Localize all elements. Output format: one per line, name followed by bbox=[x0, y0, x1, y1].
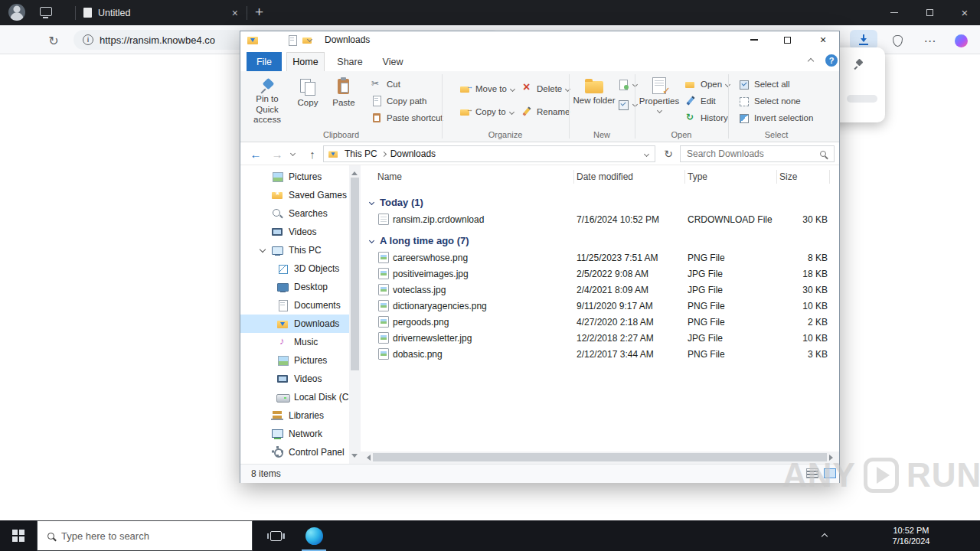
ribbon-tab-share[interactable]: Share bbox=[331, 52, 369, 71]
pin-to-quick-access-button[interactable]: Pin to Quick access bbox=[245, 74, 289, 125]
column-header-date[interactable]: Date modified bbox=[577, 171, 633, 182]
address-dropdown-icon[interactable] bbox=[644, 151, 649, 156]
file-row[interactable]: drivernewsletter.jpg 12/2/2018 2:27 AM J… bbox=[361, 330, 839, 346]
ribbon-tab-view[interactable]: View bbox=[375, 52, 410, 71]
url-text[interactable]: https://ransim.knowbe4.co bbox=[100, 34, 215, 46]
breadcrumb-downloads[interactable]: Downloads bbox=[386, 148, 440, 159]
ribbon-file-tab[interactable]: File bbox=[247, 52, 282, 71]
column-header-name[interactable]: Name bbox=[377, 171, 402, 182]
copy-to-button[interactable]: Copy to bbox=[458, 105, 516, 119]
search-box[interactable]: Search Downloads bbox=[680, 145, 835, 162]
expander-icon[interactable] bbox=[260, 192, 265, 197]
expander-icon[interactable] bbox=[260, 266, 265, 270]
nav-item[interactable]: Saved Games bbox=[240, 186, 349, 204]
recent-locations-icon[interactable] bbox=[290, 151, 296, 156]
browser-minimize-button[interactable] bbox=[879, 0, 910, 25]
taskbar-clock[interactable]: 10:52 PM 7/16/2024 bbox=[882, 525, 940, 547]
expander-icon[interactable] bbox=[260, 412, 265, 417]
nav-item[interactable]: Videos bbox=[240, 370, 349, 388]
nav-item[interactable]: Desktop bbox=[240, 278, 349, 296]
start-button[interactable] bbox=[0, 520, 37, 551]
explorer-maximize-button[interactable] bbox=[774, 31, 800, 48]
nav-item[interactable]: 3D Objects bbox=[240, 259, 349, 278]
copilot-icon[interactable] bbox=[952, 31, 970, 50]
details-view-icon[interactable] bbox=[806, 468, 818, 478]
group-header[interactable]: Today (1) bbox=[361, 193, 839, 211]
nav-item[interactable]: Libraries bbox=[240, 406, 349, 425]
expander-icon[interactable] bbox=[260, 284, 265, 289]
refresh-button[interactable]: ↻ bbox=[660, 145, 677, 162]
file-row[interactable]: careerswhose.png 11/25/2023 7:51 AM PNG … bbox=[361, 249, 839, 266]
new-item-button[interactable] bbox=[616, 77, 639, 91]
expander-icon[interactable] bbox=[260, 302, 265, 307]
file-row[interactable]: dictionaryagencies.png 9/11/2020 9:17 AM… bbox=[361, 298, 839, 314]
scroll-left-icon[interactable] bbox=[364, 455, 371, 461]
search-icon[interactable] bbox=[820, 151, 826, 157]
expander-icon[interactable] bbox=[260, 174, 265, 178]
nav-item[interactable]: Pictures bbox=[240, 351, 349, 370]
move-to-button[interactable]: Move to bbox=[458, 82, 517, 96]
expander-icon[interactable] bbox=[260, 357, 265, 362]
expander-icon[interactable] bbox=[260, 229, 265, 233]
invert-selection-button[interactable]: Invert selection bbox=[737, 111, 815, 125]
explorer-close-button[interactable]: × bbox=[808, 31, 838, 48]
edit-button[interactable]: Edit bbox=[683, 94, 718, 108]
expander-icon[interactable] bbox=[260, 394, 265, 399]
file-row[interactable]: positiveimages.jpg 2/5/2022 9:08 AM JPG … bbox=[361, 266, 839, 282]
cut-button[interactable]: Cut bbox=[369, 77, 403, 91]
horizontal-scrollbar[interactable] bbox=[361, 452, 839, 464]
group-collapse-icon[interactable] bbox=[369, 199, 374, 204]
new-folder-button[interactable]: New folder bbox=[573, 74, 616, 125]
more-menu-icon[interactable]: ⋯ bbox=[921, 31, 939, 50]
taskbar-search[interactable]: Type here to search bbox=[37, 520, 253, 551]
up-button[interactable]: ↑ bbox=[303, 145, 322, 163]
explorer-titlebar[interactable]: Downloads × bbox=[240, 31, 839, 48]
file-row[interactable]: pergoods.png 4/27/2020 2:18 AM PNG File … bbox=[361, 314, 839, 330]
nav-item[interactable]: Searches bbox=[240, 204, 349, 223]
column-header-type[interactable]: Type bbox=[688, 171, 707, 182]
file-row[interactable]: ransim.zip.crdownload 7/16/2024 10:52 PM… bbox=[361, 211, 839, 227]
copy-path-button[interactable]: Copy path bbox=[369, 94, 429, 108]
display-icon[interactable] bbox=[40, 7, 52, 16]
ribbon-collapse-icon[interactable] bbox=[808, 58, 814, 64]
tray-overflow-icon[interactable] bbox=[822, 533, 828, 540]
browser-close-button[interactable]: × bbox=[949, 0, 980, 25]
reload-button[interactable]: ↻ bbox=[44, 31, 63, 50]
scrollbar-thumb[interactable] bbox=[373, 453, 827, 461]
expander-icon[interactable] bbox=[260, 246, 266, 253]
scrollbar-thumb[interactable] bbox=[351, 178, 359, 370]
scroll-right-icon[interactable] bbox=[829, 455, 836, 461]
nav-item[interactable]: Music bbox=[240, 333, 349, 351]
task-view-button[interactable] bbox=[257, 520, 294, 551]
paste-shortcut-button[interactable]: Paste shortcut bbox=[369, 111, 446, 125]
nav-item[interactable]: Local Disk (C:) bbox=[240, 388, 349, 406]
scroll-down-icon[interactable] bbox=[351, 454, 358, 461]
taskbar-edge-button[interactable] bbox=[296, 520, 332, 551]
nav-item[interactable]: Downloads bbox=[240, 315, 349, 333]
explorer-address-bar[interactable]: This PC Downloads bbox=[323, 145, 655, 162]
nav-item[interactable]: Network bbox=[240, 425, 349, 443]
copy-button[interactable]: Copy bbox=[291, 74, 325, 125]
breadcrumb-this-pc[interactable]: This PC bbox=[340, 148, 382, 159]
new-tab-button[interactable]: + bbox=[255, 5, 263, 19]
pin-flyout-icon[interactable] bbox=[854, 59, 864, 70]
history-button[interactable]: History bbox=[683, 111, 730, 125]
delete-button[interactable]: Delete bbox=[519, 82, 572, 96]
select-all-button[interactable]: Select all bbox=[737, 77, 792, 91]
nav-item[interactable]: Control Panel bbox=[240, 443, 349, 461]
column-header-size[interactable]: Size bbox=[779, 171, 797, 182]
expander-icon[interactable] bbox=[260, 431, 265, 435]
expander-icon[interactable] bbox=[260, 376, 265, 380]
expander-icon[interactable] bbox=[260, 339, 265, 344]
help-button[interactable]: ? bbox=[825, 54, 838, 67]
open-button[interactable]: Open bbox=[683, 77, 732, 91]
browser-maximize-button[interactable] bbox=[914, 0, 945, 25]
paste-button[interactable]: Paste bbox=[326, 74, 361, 125]
nav-item[interactable]: This PC bbox=[240, 241, 349, 259]
user-avatar-icon[interactable] bbox=[8, 4, 25, 21]
nav-item[interactable]: Documents bbox=[240, 296, 349, 315]
group-collapse-icon[interactable] bbox=[369, 237, 374, 243]
tab-close-icon[interactable]: × bbox=[232, 7, 238, 19]
thumbnail-view-icon[interactable] bbox=[824, 468, 836, 478]
site-info-icon[interactable]: i bbox=[83, 34, 93, 45]
